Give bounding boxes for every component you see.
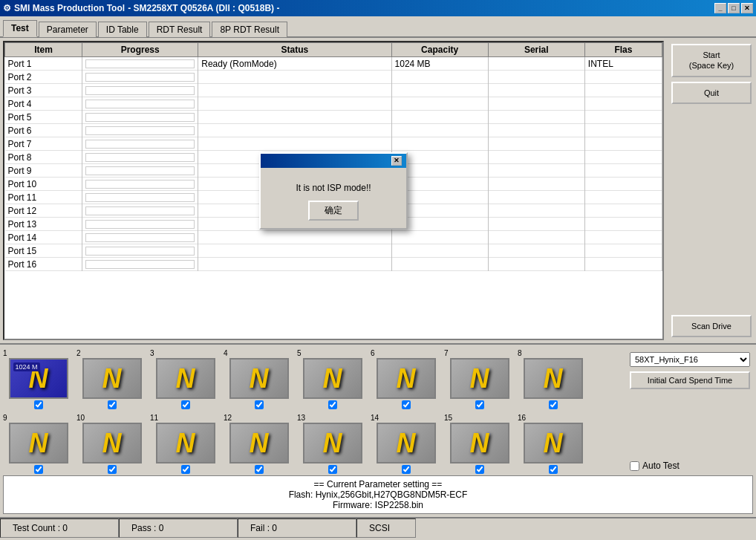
card-image[interactable]: N bbox=[450, 358, 509, 399]
card-slot: 7N bbox=[444, 349, 515, 409]
status-bar: Test Count : 0 Pass : 0 Fail : 0 SCSI bbox=[0, 517, 756, 538]
app-subtitle: - SM2258XT Q0526A (Dll : Q0518B) - bbox=[128, 3, 279, 13]
close-button[interactable]: ✕ bbox=[741, 3, 753, 13]
card-number: 9 bbox=[3, 414, 7, 422]
card-checkbox[interactable] bbox=[328, 465, 337, 474]
auto-test-checkbox[interactable] bbox=[630, 461, 639, 471]
card-checkbox[interactable] bbox=[34, 400, 43, 409]
card-image[interactable]: N bbox=[156, 423, 215, 463]
card-image[interactable]: N bbox=[377, 358, 436, 399]
status-pass: Pass : 0 bbox=[119, 518, 238, 538]
card-image[interactable]: N bbox=[524, 358, 583, 399]
card-slot: 11N bbox=[150, 414, 221, 474]
tab-test[interactable]: Test bbox=[3, 20, 37, 37]
card-checkbox[interactable] bbox=[181, 465, 190, 474]
quit-button[interactable]: Quit bbox=[671, 82, 752, 104]
card-number: 11 bbox=[150, 414, 158, 422]
dialog-title-bar: ✕ bbox=[261, 154, 406, 168]
status-fail: Fail : 0 bbox=[238, 518, 356, 538]
table-wrapper[interactable]: Item Progress Status Capacity Serial Fla… bbox=[4, 42, 662, 339]
tab-rdt-result[interactable]: RDT Result bbox=[149, 22, 211, 37]
cards-area: 11024 MN2N3N4N5N6N7N8N 9N10N11N12N13N14N… bbox=[3, 349, 627, 474]
card-number: 8 bbox=[518, 349, 522, 357]
card-checkbox[interactable] bbox=[328, 400, 337, 409]
card-slot: 16N bbox=[518, 414, 588, 474]
param-line2: Flash: Hynix,256Gbit,H27QBG8NDM5R-ECF bbox=[10, 489, 746, 500]
card-image[interactable]: N bbox=[229, 423, 289, 463]
card-image[interactable]: N bbox=[229, 358, 289, 399]
tab-parameter[interactable]: Parameter bbox=[39, 22, 97, 37]
status-mode: SCSI bbox=[356, 518, 416, 538]
card-slot: 10N bbox=[76, 414, 147, 474]
card-slot: 11024 MN bbox=[3, 349, 74, 409]
card-image[interactable]: N bbox=[377, 423, 436, 463]
card-checkbox[interactable] bbox=[549, 465, 558, 474]
status-test-count: Test Count : 0 bbox=[0, 518, 119, 538]
card-number: 5 bbox=[297, 349, 302, 357]
card-number: 14 bbox=[371, 414, 379, 422]
card-slot: 8N bbox=[518, 349, 588, 409]
card-checkbox[interactable] bbox=[255, 400, 264, 409]
app-title: SMI Mass Production Tool bbox=[14, 3, 125, 13]
dialog-message: It is not ISP mode!! bbox=[296, 183, 371, 193]
initial-card-button[interactable]: Initial Card Spend Time bbox=[630, 371, 750, 389]
card-image[interactable]: N bbox=[450, 423, 509, 463]
tab-id-table[interactable]: ID Table bbox=[98, 22, 147, 37]
card-checkbox[interactable] bbox=[34, 465, 43, 474]
card-number: 12 bbox=[224, 414, 232, 422]
card-image[interactable]: N bbox=[303, 358, 362, 399]
card-number: 13 bbox=[297, 414, 305, 422]
card-checkbox[interactable] bbox=[475, 465, 484, 474]
card-checkbox[interactable] bbox=[402, 465, 411, 474]
main-table-area: Item Progress Status Capacity Serial Fla… bbox=[3, 41, 664, 340]
card-slot: 6N bbox=[371, 349, 441, 409]
param-line1: == Current Parameter setting == bbox=[10, 479, 746, 489]
card-slot: 12N bbox=[224, 414, 294, 474]
title-bar-controls[interactable]: _ □ ✕ bbox=[714, 3, 753, 13]
card-image[interactable]: 1024 MN bbox=[9, 358, 68, 399]
card-controls: 58XT_Hynix_F16 Initial Card Spend Time A… bbox=[627, 349, 753, 474]
minimize-button[interactable]: _ bbox=[714, 3, 726, 13]
card-number: 1 bbox=[3, 349, 7, 357]
dialog-close-button[interactable]: ✕ bbox=[391, 156, 402, 166]
dialog-confirm-button[interactable]: 确定 bbox=[308, 201, 359, 221]
card-number: 2 bbox=[76, 349, 81, 357]
card-profile-select[interactable]: 58XT_Hynix_F16 bbox=[630, 352, 750, 367]
card-image[interactable]: N bbox=[82, 358, 142, 399]
title-bar: ⚙ SMI Mass Production Tool - SM2258XT Q0… bbox=[0, 0, 756, 16]
auto-test-label: Auto Test bbox=[642, 461, 680, 471]
card-slot: 13N bbox=[297, 414, 368, 474]
start-button[interactable]: Start (Space Key) bbox=[671, 44, 752, 77]
card-image[interactable]: N bbox=[156, 358, 215, 399]
card-number: 4 bbox=[224, 349, 228, 357]
dialog-body: It is not ISP mode!! 确定 bbox=[261, 168, 406, 228]
card-image[interactable]: N bbox=[9, 423, 68, 463]
scan-drive-button[interactable]: Scan Drive bbox=[671, 315, 752, 337]
auto-test-row: Auto Test bbox=[630, 461, 750, 471]
app-icon: ⚙ bbox=[3, 3, 11, 13]
card-checkbox[interactable] bbox=[108, 465, 117, 474]
card-slot: 2N bbox=[76, 349, 147, 409]
card-number: 10 bbox=[76, 414, 85, 422]
dialog-overlay: ✕ It is not ISP mode!! 确定 bbox=[4, 42, 662, 339]
card-checkbox[interactable] bbox=[475, 400, 484, 409]
card-slot: 3N bbox=[150, 349, 221, 409]
card-checkbox[interactable] bbox=[255, 465, 264, 474]
card-checkbox[interactable] bbox=[181, 400, 190, 409]
card-slot: 14N bbox=[371, 414, 441, 474]
card-number: 15 bbox=[444, 414, 452, 422]
card-number: 3 bbox=[150, 349, 154, 357]
card-checkbox[interactable] bbox=[402, 400, 411, 409]
card-image[interactable]: N bbox=[524, 423, 583, 463]
card-image[interactable]: N bbox=[303, 423, 362, 463]
maximize-button[interactable]: □ bbox=[728, 3, 740, 13]
param-line3: Firmware: ISP2258.bin bbox=[10, 500, 746, 510]
tab-bar: Test Parameter ID Table RDT Result 8P RD… bbox=[0, 16, 756, 38]
card-image[interactable]: N bbox=[82, 423, 142, 463]
card-number: 6 bbox=[371, 349, 375, 357]
tab-8p-rdt-result[interactable]: 8P RDT Result bbox=[212, 22, 287, 37]
sidebar: Start (Space Key) Quit Scan Drive bbox=[667, 38, 756, 343]
error-dialog: ✕ It is not ISP mode!! 确定 bbox=[259, 152, 408, 230]
card-checkbox[interactable] bbox=[108, 400, 117, 409]
card-checkbox[interactable] bbox=[549, 400, 558, 409]
